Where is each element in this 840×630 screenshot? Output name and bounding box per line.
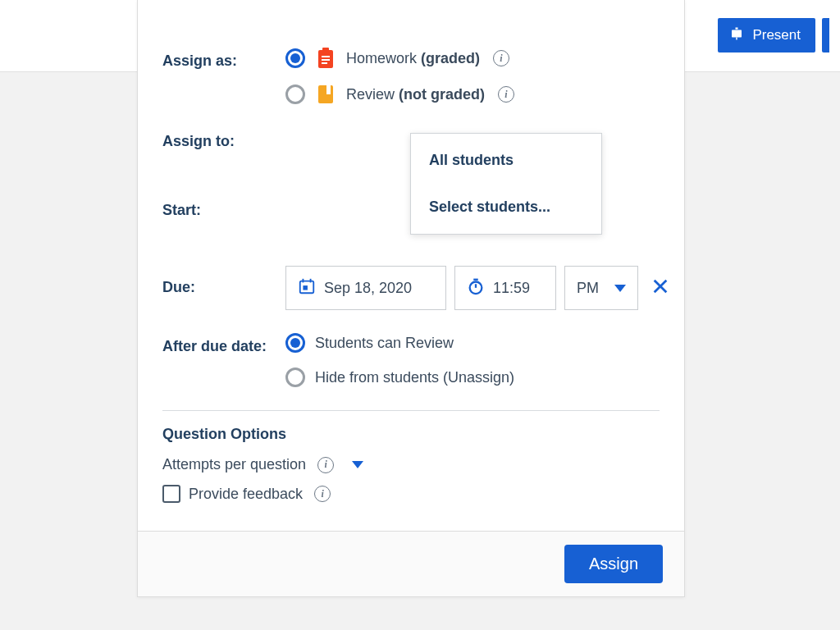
svg-rect-9 (326, 85, 331, 94)
homework-text: Homework (graded) (346, 50, 480, 67)
svg-rect-7 (322, 62, 327, 64)
option-hide[interactable]: Hide from students (Unassign) (285, 368, 660, 387)
due-time-value: 11:59 (493, 280, 530, 297)
modal-footer: Assign (138, 531, 684, 596)
assign-to-dropdown: All students Select students... (410, 133, 602, 235)
calendar-icon (298, 277, 316, 299)
close-icon (651, 277, 669, 295)
modal-body: Assign as: Homework (graded) i Review (n… (138, 0, 684, 531)
label-assign-to: Assign to: (162, 128, 285, 150)
radio-review[interactable] (285, 84, 305, 104)
svg-rect-6 (322, 59, 330, 61)
svg-rect-4 (322, 48, 329, 52)
feedback-checkbox[interactable] (162, 485, 180, 503)
present-label: Present (752, 27, 801, 43)
clipboard-icon (315, 48, 336, 69)
option-review[interactable]: Review (not graded) i (285, 84, 660, 105)
due-ampm-value: PM (577, 280, 599, 297)
label-assign-as: Assign as: (162, 48, 285, 70)
row-assign-as: Assign as: Homework (graded) i Review (n… (162, 48, 660, 105)
present-button[interactable]: Present (718, 18, 815, 52)
radio-hide[interactable] (285, 368, 305, 387)
dropdown-item-select-students[interactable]: Select students... (411, 187, 601, 234)
assign-as-options: Homework (graded) i Review (not graded) … (285, 48, 660, 105)
svg-rect-8 (318, 85, 333, 103)
svg-rect-1 (736, 27, 738, 29)
due-ampm-field[interactable]: PM (564, 266, 638, 310)
present-dropdown-toggle[interactable] (822, 18, 829, 52)
due-date-value: Sep 18, 2020 (324, 280, 412, 297)
present-button-group: Present (718, 18, 829, 52)
hide-text: Hide from students (Unassign) (315, 369, 514, 386)
svg-rect-2 (737, 37, 738, 39)
chevron-down-icon (352, 461, 363, 468)
presentation-icon (729, 26, 744, 45)
review-text: Review (not graded) (346, 86, 485, 103)
svg-rect-5 (322, 56, 330, 57)
label-start: Start: (162, 197, 285, 219)
info-icon[interactable]: i (493, 50, 509, 66)
assign-modal: Assign as: Homework (graded) i Review (n… (137, 0, 685, 597)
chevron-down-icon (614, 285, 626, 292)
info-icon[interactable]: i (317, 457, 334, 473)
dropdown-item-all-students[interactable]: All students (411, 134, 601, 187)
attempts-option[interactable]: Attempts per question i (162, 456, 660, 473)
option-can-review[interactable]: Students can Review (285, 333, 660, 353)
question-options-title: Question Options (162, 426, 660, 443)
radio-homework[interactable] (285, 48, 305, 68)
label-due: Due: (162, 266, 285, 296)
due-fields: Sep 18, 2020 11:59 PM (285, 266, 674, 310)
radio-can-review[interactable] (285, 333, 305, 353)
option-homework[interactable]: Homework (graded) i (285, 48, 660, 69)
attempts-label: Attempts per question (162, 456, 306, 473)
label-after-due: After due date: (162, 333, 285, 355)
feedback-label: Provide feedback (189, 486, 303, 503)
after-due-options: Students can Review Hide from students (… (285, 333, 660, 387)
row-due: Due: Sep 18, 2020 11:59 PM (162, 266, 660, 310)
svg-rect-11 (303, 285, 308, 290)
book-icon (315, 84, 336, 105)
divider (162, 410, 660, 411)
due-time-field[interactable]: 11:59 (454, 266, 556, 310)
row-after-due: After due date: Students can Review Hide… (162, 333, 660, 387)
can-review-text: Students can Review (315, 335, 454, 352)
feedback-option: Provide feedback i (162, 485, 660, 503)
info-icon[interactable]: i (498, 86, 514, 103)
due-date-field[interactable]: Sep 18, 2020 (285, 266, 446, 310)
info-icon[interactable]: i (314, 486, 331, 502)
svg-rect-0 (732, 30, 742, 37)
clear-due-button[interactable] (646, 276, 674, 299)
assign-button[interactable]: Assign (564, 545, 663, 583)
stopwatch-icon (467, 277, 485, 299)
